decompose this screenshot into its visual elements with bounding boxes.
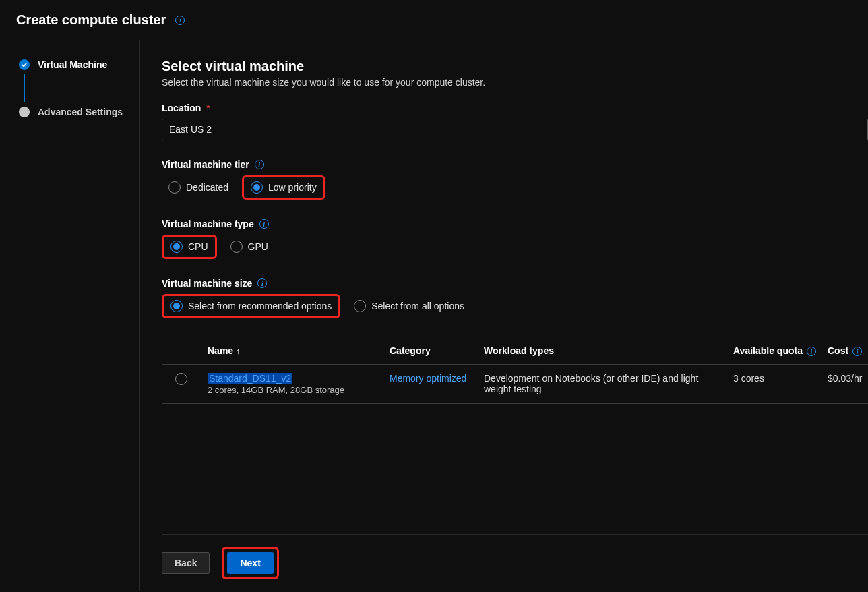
vm-name-link[interactable]: Standard_DS11_v2 (208, 373, 292, 384)
vm-quota: 3 cores (728, 365, 822, 404)
vm-size-radio-group: Select from recommended options Select f… (162, 294, 868, 318)
radio-label: Dedicated (186, 182, 228, 193)
col-workload-header[interactable]: Workload types (478, 337, 728, 365)
radio-icon (354, 300, 366, 312)
info-icon[interactable]: i (807, 347, 816, 356)
vm-workload: Development on Notebooks (or other IDE) … (478, 365, 728, 404)
radio-icon (251, 181, 263, 194)
radio-label: Select from all options (371, 301, 464, 312)
info-icon[interactable]: i (175, 16, 185, 25)
tier-low-priority-radio[interactable]: Low priority (242, 175, 326, 200)
table-row[interactable]: Standard_DS11_v2 2 cores, 14GB RAM, 28GB… (162, 365, 868, 404)
info-icon[interactable]: i (255, 160, 264, 169)
size-recommended-radio[interactable]: Select from recommended options (162, 294, 340, 318)
location-select[interactable]: East US 2 (162, 119, 868, 140)
step-advanced-settings[interactable]: Advanced Settings (19, 107, 140, 117)
next-highlight: Next (222, 547, 278, 579)
radio-label: GPU (248, 241, 268, 252)
radio-icon (170, 300, 183, 312)
section-heading: Select virtual machine (162, 59, 868, 74)
radio-icon (230, 241, 243, 253)
wizard-steps-sidebar: Virtual Machine Advanced Settings (0, 40, 140, 591)
location-label: Location * (162, 102, 868, 113)
radio-label: CPU (188, 241, 208, 252)
wizard-footer: Back Next (162, 534, 868, 591)
vm-tier-radio-group: Dedicated Low priority (162, 175, 868, 200)
type-cpu-radio[interactable]: CPU (162, 235, 217, 259)
check-icon (19, 59, 30, 70)
row-select-radio[interactable] (175, 373, 187, 385)
radio-label: Low priority (268, 182, 317, 193)
radio-label: Select from recommended options (188, 301, 332, 312)
radio-icon (168, 181, 181, 194)
main-panel: Select virtual machine Select the virtua… (140, 40, 868, 591)
page-header: Create compute cluster i (0, 0, 868, 40)
col-cost-header[interactable]: Costi (822, 337, 868, 365)
vm-cost: $0.03/hr (822, 365, 868, 404)
sort-asc-icon: ↑ (236, 347, 240, 356)
vm-tier-label: Virtual machine tier i (162, 159, 868, 170)
col-category-header[interactable]: Category (384, 337, 478, 365)
vm-category: Memory optimized (390, 373, 466, 384)
info-icon[interactable]: i (259, 219, 269, 229)
location-value: East US 2 (169, 124, 212, 135)
vm-type-radio-group: CPU GPU (162, 235, 868, 259)
page-title: Create compute cluster (16, 12, 166, 28)
required-asterisk: * (206, 102, 210, 113)
tier-dedicated-radio[interactable]: Dedicated (162, 175, 235, 200)
step-connector (24, 74, 25, 102)
vm-type-label: Virtual machine type i (162, 218, 868, 229)
vm-size-label: Virtual machine size i (162, 278, 868, 289)
step-label: Virtual Machine (38, 59, 107, 70)
type-gpu-radio[interactable]: GPU (224, 235, 275, 259)
section-subtitle: Select the virtual machine size you woul… (162, 77, 868, 88)
circle-icon (19, 107, 30, 117)
info-icon[interactable]: i (257, 278, 267, 288)
info-icon[interactable]: i (852, 347, 862, 356)
col-name-header[interactable]: Name↑ (202, 337, 384, 365)
table-header-row: Name↑ Category Workload types Available … (162, 337, 868, 365)
next-button[interactable]: Next (227, 552, 273, 574)
vm-specs: 2 cores, 14GB RAM, 28GB storage (208, 385, 379, 395)
vm-size-table: Name↑ Category Workload types Available … (162, 337, 868, 404)
col-quota-header[interactable]: Available quotai (728, 337, 822, 365)
step-label: Advanced Settings (38, 107, 123, 117)
radio-icon (170, 241, 183, 253)
step-virtual-machine[interactable]: Virtual Machine (19, 59, 140, 70)
back-button[interactable]: Back (162, 552, 210, 574)
size-all-radio[interactable]: Select from all options (347, 294, 471, 318)
